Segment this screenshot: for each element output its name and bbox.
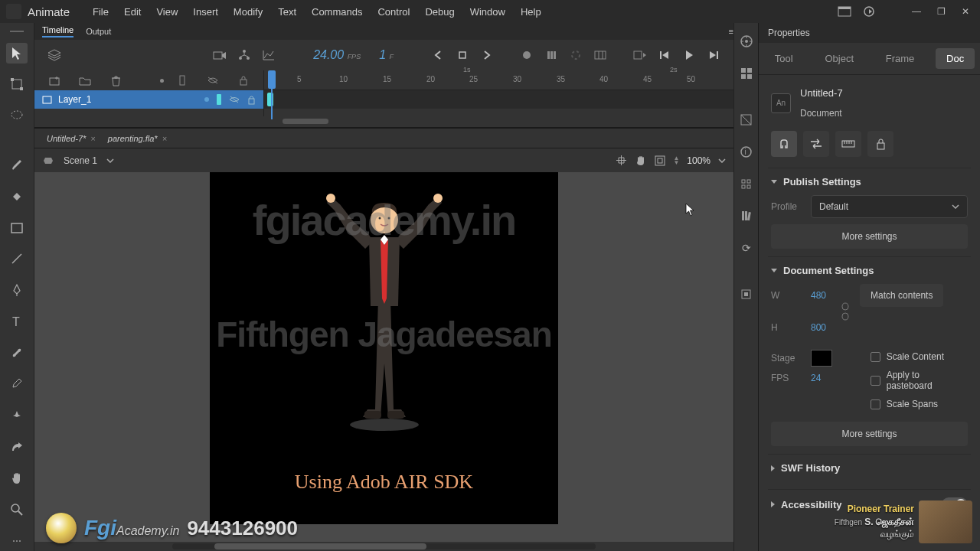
canvas[interactable]: Using Adob AIR SDK <box>210 172 558 524</box>
apply-pasteboard-checkbox[interactable] <box>871 376 880 386</box>
link-wh-icon[interactable] <box>841 302 849 321</box>
free-transform-tool[interactable] <box>6 74 28 95</box>
menu-debug[interactable]: Debug <box>417 3 462 21</box>
doc-tab-untitled[interactable]: Untitled-7*× <box>42 132 100 145</box>
graph-icon[interactable] <box>260 46 278 64</box>
pen-tool[interactable] <box>6 280 28 301</box>
rewind-icon[interactable] <box>655 46 674 64</box>
menu-text[interactable]: Text <box>270 3 304 21</box>
docset-more-button[interactable]: More settings <box>771 422 968 446</box>
snap-icon[interactable] <box>771 131 797 157</box>
insert-frames-icon[interactable] <box>631 46 649 64</box>
layers-icon[interactable] <box>45 46 64 64</box>
components-icon[interactable] <box>736 283 757 305</box>
delete-layer-icon[interactable] <box>106 71 125 90</box>
menu-help[interactable]: Help <box>513 3 549 21</box>
sync-icon[interactable] <box>861 5 877 18</box>
fps-display[interactable]: 24.00 FPS <box>313 48 361 62</box>
highlight-dot-icon[interactable] <box>160 79 164 83</box>
edit-scene-icon[interactable] <box>42 155 54 167</box>
doc-tab-parenting[interactable]: parenting.fla*× <box>103 132 172 145</box>
close-icon[interactable]: × <box>162 134 167 143</box>
minimize-button[interactable]: — <box>908 5 925 18</box>
width-value[interactable]: 480 <box>811 290 826 301</box>
menu-modify[interactable]: Modify <box>226 3 270 21</box>
menu-edit[interactable]: Edit <box>116 3 149 21</box>
rotate-stage-icon[interactable] <box>635 155 647 167</box>
scene-dropdown-icon[interactable] <box>106 158 114 163</box>
layer-outline-icon[interactable] <box>229 96 240 103</box>
match-contents-button[interactable]: Match contents <box>860 284 943 307</box>
color-panel-icon[interactable] <box>736 109 757 130</box>
menu-view[interactable]: View <box>149 3 185 21</box>
close-button[interactable]: ✕ <box>957 5 974 18</box>
menu-file[interactable]: File <box>85 3 116 21</box>
play-icon[interactable] <box>680 46 698 64</box>
workspace-icon[interactable] <box>836 5 853 18</box>
menu-commands[interactable]: Commands <box>304 3 370 21</box>
outline-column-icon[interactable] <box>204 71 222 90</box>
docset-section-header[interactable]: Document Settings <box>771 265 968 276</box>
transform-panel-icon[interactable]: ⟳ <box>736 237 757 259</box>
zoom-tool[interactable] <box>6 499 28 520</box>
lasso-tool[interactable] <box>6 106 28 126</box>
scale-content-checkbox[interactable] <box>871 352 880 362</box>
clip-stage-icon[interactable] <box>655 155 665 166</box>
bone-tool[interactable] <box>6 343 28 364</box>
align-panel-icon[interactable] <box>736 173 757 194</box>
new-layer-icon[interactable] <box>45 71 64 90</box>
eyedropper-tool[interactable] <box>6 374 28 395</box>
tab-tool[interactable]: Tool <box>764 48 804 69</box>
marker-icon[interactable] <box>567 46 585 64</box>
paint-bucket-tool[interactable] <box>6 186 28 207</box>
line-tool[interactable] <box>6 249 28 269</box>
layer-lock-icon[interactable] <box>247 95 256 105</box>
visibility-column-icon[interactable] <box>173 71 191 90</box>
height-value[interactable]: 800 <box>811 322 826 333</box>
menu-control[interactable]: Control <box>370 3 417 21</box>
menu-insert[interactable]: Insert <box>185 3 226 21</box>
tab-frame[interactable]: Frame <box>875 48 926 69</box>
tab-doc[interactable]: Doc <box>936 48 975 69</box>
layer-parenting-icon[interactable] <box>235 46 253 64</box>
tab-timeline[interactable]: Timeline <box>42 25 74 37</box>
selection-tool[interactable] <box>6 43 28 64</box>
center-stage-icon[interactable] <box>616 155 627 166</box>
rectangle-tool[interactable] <box>6 217 28 238</box>
stage-scrollbar[interactable] <box>172 543 596 549</box>
lock-column-icon[interactable] <box>234 71 253 90</box>
pin-tool[interactable] <box>6 406 28 426</box>
timeline-scrollbar[interactable] <box>283 119 328 124</box>
swap-icon[interactable] <box>803 131 829 157</box>
ruler-icon[interactable] <box>835 131 861 157</box>
swf-section-header[interactable]: SWF History <box>771 462 968 474</box>
close-icon[interactable]: × <box>90 134 95 143</box>
tab-output[interactable]: Output <box>86 27 111 36</box>
edit-multiple-icon[interactable] <box>542 46 560 64</box>
menu-window[interactable]: Window <box>462 3 513 21</box>
text-tool[interactable]: T <box>6 311 28 332</box>
publish-section-header[interactable]: Publish Settings <box>771 176 968 187</box>
brush-tool[interactable] <box>6 155 28 175</box>
step-back-icon[interactable] <box>429 46 447 64</box>
step-forward-icon[interactable] <box>478 46 496 64</box>
frame-view-icon[interactable] <box>591 46 609 64</box>
profile-select[interactable]: Default <box>811 195 968 218</box>
assets-panel-icon[interactable] <box>736 31 757 52</box>
hand-tool[interactable] <box>6 468 28 488</box>
new-folder-icon[interactable] <box>76 71 94 90</box>
zoom-stepper-icon[interactable]: ▲▼ <box>673 156 679 165</box>
cc-library-icon[interactable] <box>736 63 757 84</box>
timeline-ruler[interactable]: 5 10 15 20 1s 25 30 35 40 45 2s 50 <box>264 70 733 90</box>
fast-forward-icon[interactable] <box>704 46 723 64</box>
zoom-level[interactable]: 100% <box>687 155 710 166</box>
stage-color-swatch[interactable] <box>811 350 832 367</box>
zoom-dropdown-icon[interactable] <box>718 158 726 163</box>
info-panel-icon[interactable]: i <box>736 141 757 162</box>
onion-skin-icon[interactable] <box>518 46 536 64</box>
camera-tool[interactable] <box>6 436 28 457</box>
layer-visibility-icon[interactable] <box>217 94 221 105</box>
fps-value[interactable]: 24 <box>811 373 821 383</box>
scene-name[interactable]: Scene 1 <box>64 155 97 166</box>
stage[interactable]: Using Adob AIR SDK fgiacademy.in Fifthge… <box>34 172 733 542</box>
